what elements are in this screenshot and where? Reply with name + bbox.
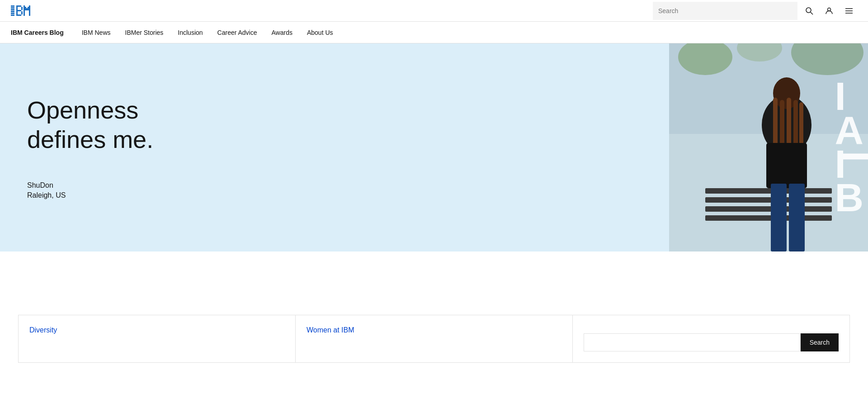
ibm-logo-svg: [11, 5, 37, 16]
hero-title: Openness defines me.: [27, 95, 642, 154]
svg-rect-28: [705, 188, 832, 194]
svg-rect-13: [25, 7, 26, 10]
women-at-ibm-link[interactable]: Women at IBM: [307, 326, 354, 334]
cards-section: Diversity Women at IBM Search: [0, 306, 868, 381]
nav-bar: IBM Careers Blog IBM News IBMer Stories …: [0, 22, 868, 43]
below-hero-space: [0, 251, 868, 306]
svg-rect-29: [705, 197, 832, 203]
hero-photo-background: I I A I B: [669, 43, 868, 251]
hero-person-info: ShuDon Raleigh, US: [27, 181, 642, 199]
nav-item-ibmer-stories[interactable]: IBMer Stories: [118, 22, 171, 43]
svg-rect-2: [11, 9, 14, 10]
card-search-input[interactable]: [584, 333, 801, 351]
search-input[interactable]: [658, 7, 792, 14]
search-icon-button[interactable]: [801, 3, 817, 19]
diversity-card: Diversity: [18, 315, 296, 363]
svg-rect-9: [18, 14, 21, 16]
svg-rect-15: [28, 7, 29, 10]
svg-rect-40: [771, 184, 787, 251]
svg-rect-0: [11, 5, 14, 7]
top-bar: [0, 0, 868, 22]
top-bar-right: [653, 2, 857, 20]
svg-rect-11: [21, 11, 23, 14]
svg-rect-5: [11, 14, 14, 16]
svg-rect-8: [18, 10, 21, 11]
svg-rect-30: [705, 206, 832, 212]
search-icon: [805, 6, 814, 15]
hero-content: Openness defines me. ShuDon Raleigh, US: [0, 43, 669, 251]
svg-rect-12: [24, 5, 25, 16]
svg-rect-41: [789, 184, 805, 251]
nav-item-career-advice[interactable]: Career Advice: [210, 22, 264, 43]
hamburger-icon: [844, 6, 854, 15]
svg-line-18: [811, 12, 813, 14]
nav-item-about-us[interactable]: About Us: [300, 22, 340, 43]
women-at-ibm-card: Women at IBM: [296, 315, 573, 363]
svg-rect-16: [29, 5, 30, 16]
svg-rect-10: [21, 7, 23, 10]
search-input-wrap[interactable]: [653, 2, 797, 20]
user-icon-button[interactable]: [821, 3, 837, 19]
ibm-logo: [11, 5, 37, 16]
card-search-wrap: Search: [584, 333, 839, 351]
svg-rect-1: [11, 7, 14, 9]
svg-rect-7: [18, 5, 21, 7]
svg-rect-6: [16, 5, 18, 16]
card-search-button[interactable]: Search: [801, 333, 839, 351]
user-icon: [825, 6, 834, 15]
nav-brand[interactable]: IBM Careers Blog: [11, 29, 64, 36]
nav-item-awards[interactable]: Awards: [264, 22, 300, 43]
hero-title-line2: defines me.: [27, 126, 153, 153]
hero-person-location: Raleigh, US: [27, 191, 642, 199]
search-card: Search: [573, 315, 850, 363]
svg-rect-3: [11, 11, 14, 12]
hero-image: I I A I B: [669, 43, 868, 251]
hero-title-line1: Openness: [27, 96, 138, 123]
nav-item-ibm-news[interactable]: IBM News: [75, 22, 118, 43]
svg-rect-14: [26, 8, 28, 10]
diversity-link[interactable]: Diversity: [29, 326, 57, 334]
svg-rect-31: [705, 215, 832, 221]
svg-rect-4: [11, 13, 14, 14]
hero-section: Openness defines me. ShuDon Raleigh, US: [0, 43, 868, 251]
svg-rect-39: [766, 143, 807, 188]
menu-icon-button[interactable]: [841, 3, 857, 19]
hero-person-name: ShuDon: [27, 181, 642, 190]
svg-point-17: [806, 8, 811, 13]
nav-item-inclusion[interactable]: Inclusion: [170, 22, 210, 43]
ibm-watermark: I A I B: [835, 80, 863, 215]
